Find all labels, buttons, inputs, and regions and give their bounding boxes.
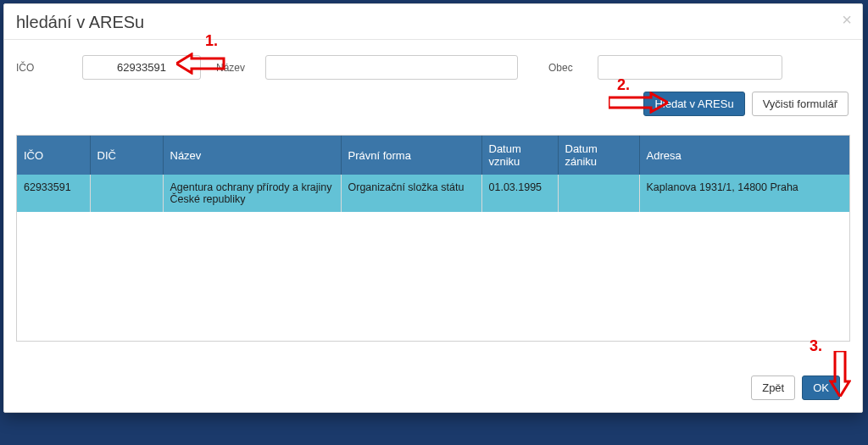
table-row[interactable]: 62933591 Agentura ochrany přírody a kraj… (17, 175, 849, 212)
results-table: IČO DIČ Název Právní forma Datum vzniku … (16, 135, 850, 342)
nazev-label: Název (216, 62, 250, 74)
cell-ico: 62933591 (17, 175, 90, 212)
ok-button[interactable]: OK (802, 375, 840, 400)
search-ares-button[interactable]: Hledat v ARESu (643, 92, 744, 116)
cell-forma: Organizační složka státu (341, 175, 481, 212)
cell-nazev: Agentura ochrany přírody a krajiny České… (163, 175, 341, 212)
close-icon[interactable]: × (842, 11, 852, 28)
clear-form-button[interactable]: Vyčisti formulář (752, 92, 849, 116)
obec-input[interactable] (598, 55, 782, 80)
divider (4, 39, 862, 40)
ico-label: IČO (16, 62, 67, 74)
cell-zanik (558, 175, 639, 212)
th-nazev[interactable]: Název (163, 136, 341, 175)
th-zanik[interactable]: Datum zániku (558, 136, 639, 175)
obec-label: Obec (548, 62, 582, 74)
th-adresa[interactable]: Adresa (639, 136, 849, 175)
back-button[interactable]: Zpět (751, 375, 795, 400)
th-vznik[interactable]: Datum vzniku (481, 136, 558, 175)
modal-footer: Zpět OK (4, 343, 862, 412)
search-form-row: IČO Název Obec (4, 48, 862, 86)
ares-search-modal: hledání v ARESu × IČO Název Obec Hledat … (3, 3, 863, 413)
modal-title: hledání v ARESu (16, 13, 144, 31)
table-header-row: IČO DIČ Název Právní forma Datum vzniku … (17, 136, 849, 175)
th-forma[interactable]: Právní forma (341, 136, 481, 175)
cell-adresa: Kaplanova 1931/1, 14800 Praha (639, 175, 849, 212)
cell-dic (90, 175, 163, 212)
action-row: Hledat v ARESu Vyčisti formulář (4, 86, 862, 135)
ico-input[interactable] (82, 55, 201, 80)
nazev-input[interactable] (265, 55, 518, 80)
th-dic[interactable]: DIČ (90, 136, 163, 175)
cell-vznik: 01.03.1995 (481, 175, 558, 212)
th-ico[interactable]: IČO (17, 136, 90, 175)
